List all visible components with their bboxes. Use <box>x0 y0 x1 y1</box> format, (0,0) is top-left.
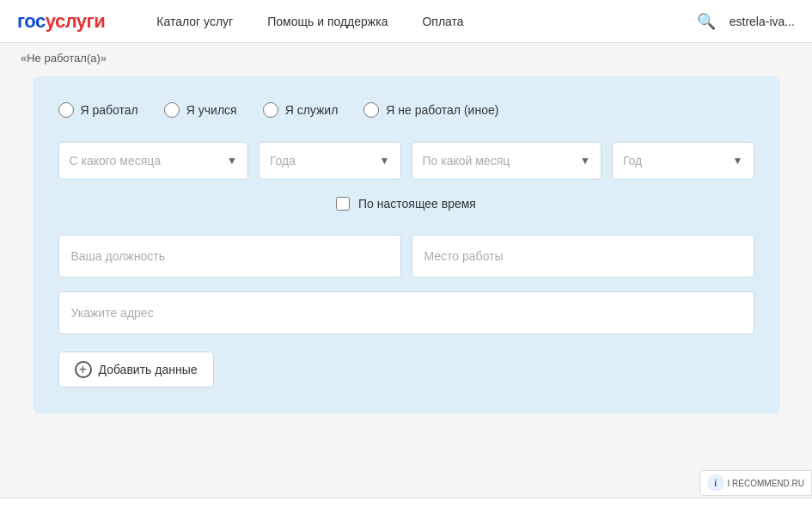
nav-payment[interactable]: Оплата <box>422 15 463 28</box>
year-from-select-wrapper[interactable]: Года ▼ <box>259 142 401 180</box>
header-left: госуслуги Каталог услуг Помощь и поддерж… <box>17 10 464 33</box>
add-data-label: Добавить данные <box>99 363 198 376</box>
radio-worked[interactable]: Я работал <box>58 102 138 118</box>
radio-studied[interactable]: Я учился <box>164 102 237 118</box>
workplace-input[interactable] <box>412 235 754 278</box>
header: госуслуги Каталог услуг Помощь и поддерж… <box>0 0 812 43</box>
radio-served-input[interactable] <box>263 102 278 118</box>
add-data-button[interactable]: + Добавить данные <box>58 352 214 388</box>
nav-support[interactable]: Помощь и поддержка <box>267 15 388 28</box>
radio-worked-input[interactable] <box>58 102 74 118</box>
month-from-select-wrapper[interactable]: С какого месяца ▼ <box>58 142 248 180</box>
plus-icon: + <box>75 361 92 378</box>
main-card: Я работал Я учился Я служил Я не работал… <box>33 76 780 413</box>
position-workplace-row <box>58 235 754 278</box>
header-right: 🔍 estrela-iva... <box>697 12 795 31</box>
present-checkbox-label: По настоящее время <box>358 197 476 211</box>
logo-uslugi: услуги <box>46 10 106 32</box>
recommend-badge: i I RECOMMEND.RU <box>699 470 812 496</box>
main-nav: Каталог услуг Помощь и поддержка Оплата <box>156 15 463 28</box>
checkbox-row: По настоящее время <box>58 197 754 211</box>
user-name: estrela-iva... <box>730 15 795 28</box>
month-to-select-wrapper[interactable]: По какой месяц ▼ <box>412 142 601 180</box>
radio-worked-label: Я работал <box>81 103 138 117</box>
radio-not-worked[interactable]: Я не работал (иное) <box>363 102 498 118</box>
logo[interactable]: госуслуги <box>17 10 105 33</box>
radio-served[interactable]: Я служил <box>263 102 339 118</box>
present-checkbox[interactable] <box>336 197 350 211</box>
recommend-text: I RECOMMEND.RU <box>728 479 804 488</box>
search-button[interactable]: 🔍 <box>697 12 716 31</box>
recommend-icon: i <box>707 474 724 492</box>
radio-served-label: Я служил <box>285 103 339 117</box>
date-row: С какого месяца ▼ Года ▼ По какой месяц … <box>58 142 754 180</box>
radio-not-worked-input[interactable] <box>363 102 379 118</box>
position-input[interactable] <box>58 235 401 278</box>
employment-radio-group: Я работал Я учился Я служил Я не работал… <box>58 102 754 118</box>
page-content: «Не работал(а)» Я работал Я учился Я слу… <box>0 43 812 431</box>
footer-bar <box>0 498 812 532</box>
year-to-select-wrapper[interactable]: Год ▼ <box>612 142 754 180</box>
address-input[interactable] <box>58 291 754 334</box>
radio-studied-input[interactable] <box>164 102 180 118</box>
nav-catalog[interactable]: Каталог услуг <box>156 15 233 28</box>
radio-studied-label: Я учился <box>186 103 237 117</box>
logo-gos: гос <box>17 10 46 32</box>
radio-not-worked-label: Я не работал (иное) <box>386 103 498 117</box>
breadcrumb: «Не работал(а)» <box>17 52 795 64</box>
